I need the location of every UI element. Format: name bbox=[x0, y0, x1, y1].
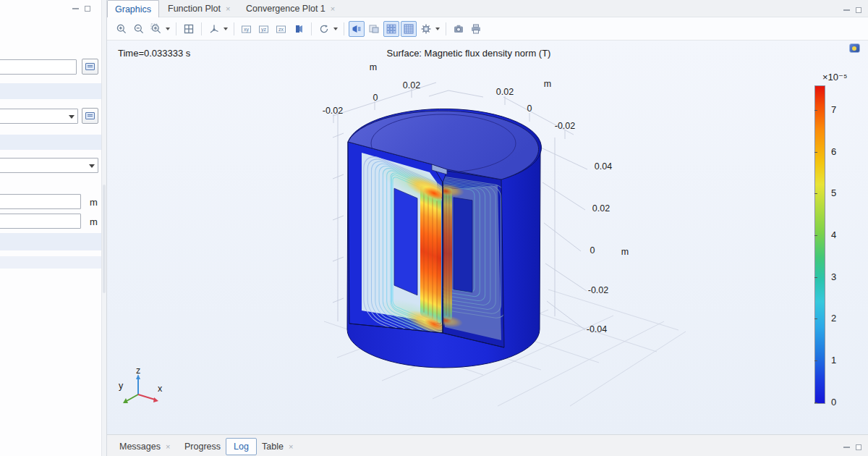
float-panel-icon[interactable] bbox=[85, 6, 90, 12]
graphics-canvas[interactable]: Time=0.033333 s Surface: Magnetic flux d… bbox=[107, 41, 868, 434]
tab-table[interactable]: Table × bbox=[255, 438, 300, 455]
zoom-box-dropdown[interactable] bbox=[166, 28, 170, 30]
dataset-helper-button[interactable] bbox=[82, 108, 98, 124]
x-tick: -0.02 bbox=[323, 106, 344, 116]
model-scene[interactable]: z y x m 0.02 0 -0.02 0.02 m 0 -0.02 0.04… bbox=[107, 41, 868, 434]
close-icon[interactable]: × bbox=[226, 5, 230, 13]
y-tick: 0 bbox=[527, 104, 532, 114]
float-window-icon[interactable] bbox=[856, 7, 861, 13]
expression-helper-button[interactable] bbox=[82, 59, 98, 75]
toolbar-separator bbox=[176, 22, 176, 35]
x-tick: 0 bbox=[373, 93, 378, 103]
colorbar-tick: 3 bbox=[831, 271, 853, 282]
tab-function-plot[interactable]: Function Plot × bbox=[161, 0, 237, 17]
toolbar-separator bbox=[201, 22, 202, 35]
colorbar-tick: 1 bbox=[831, 355, 853, 366]
go-to-default-view-icon[interactable] bbox=[206, 21, 222, 37]
graphics-toolbar: xy yz zx bbox=[107, 17, 868, 41]
triad-y-label: y bbox=[119, 381, 124, 391]
entry-method-select[interactable] bbox=[0, 158, 98, 173]
tab-messages[interactable]: Messages × bbox=[112, 438, 177, 455]
orientation-triad: z y x bbox=[119, 366, 163, 403]
section-band bbox=[0, 135, 101, 150]
tab-log[interactable]: Log bbox=[226, 438, 257, 455]
bottombar-controls bbox=[843, 444, 861, 450]
list-icon bbox=[85, 112, 95, 119]
colorbar-tick: 0 bbox=[831, 397, 853, 408]
gear-dropdown[interactable] bbox=[435, 28, 440, 30]
plot-image-icon[interactable] bbox=[849, 43, 860, 53]
tab-convergence-plot-1[interactable]: Convergence Plot 1 × bbox=[239, 0, 342, 17]
coordinate-x-field[interactable] bbox=[0, 194, 81, 209]
zoom-extents-icon[interactable] bbox=[181, 21, 197, 37]
transparency-icon[interactable] bbox=[349, 21, 365, 37]
close-icon[interactable]: × bbox=[289, 443, 293, 451]
expression-icon bbox=[85, 63, 95, 70]
colorbar-tick: 7 bbox=[831, 104, 853, 115]
x-axis-arrow bbox=[153, 397, 158, 402]
unit-label: m bbox=[90, 216, 98, 227]
default-view-dropdown[interactable] bbox=[224, 28, 228, 30]
close-icon[interactable]: × bbox=[166, 443, 170, 451]
svg-text:yz: yz bbox=[261, 27, 267, 33]
toolbar-separator bbox=[311, 22, 312, 35]
float-window-icon[interactable] bbox=[856, 444, 861, 450]
bottom-tab-bar: Messages × Progress Log Table × bbox=[107, 434, 868, 456]
view-yz-icon[interactable]: yz bbox=[256, 21, 272, 37]
minimize-icon[interactable] bbox=[843, 9, 850, 11]
zoom-box-icon[interactable] bbox=[148, 21, 164, 37]
panel-splitter[interactable] bbox=[101, 0, 107, 456]
z-axis-unit: m bbox=[621, 247, 629, 257]
minimize-icon[interactable] bbox=[843, 447, 850, 448]
gear-icon[interactable] bbox=[418, 21, 434, 37]
dataset-select[interactable] bbox=[0, 109, 78, 124]
y-tick: -0.02 bbox=[555, 121, 576, 131]
z-tick: -0.02 bbox=[588, 285, 609, 295]
select-frame-icon[interactable] bbox=[366, 21, 382, 37]
show-grid-icon[interactable] bbox=[383, 21, 399, 37]
tab-label: Log bbox=[234, 442, 249, 452]
section-band bbox=[0, 233, 101, 250]
printer-icon[interactable] bbox=[468, 21, 484, 37]
view-xy-icon[interactable]: xy bbox=[239, 21, 255, 37]
zoom-out-icon[interactable] bbox=[131, 21, 147, 37]
expression-field[interactable] bbox=[0, 59, 77, 75]
panel-controls bbox=[72, 6, 90, 12]
tab-label: Table bbox=[262, 442, 284, 452]
tab-label: Function Plot bbox=[168, 4, 221, 14]
tab-label: Progress bbox=[184, 442, 221, 452]
tab-label: Messages bbox=[119, 442, 161, 452]
zoom-in-icon[interactable] bbox=[114, 21, 129, 37]
x-axis-unit: m bbox=[370, 62, 377, 72]
tab-progress[interactable]: Progress bbox=[177, 438, 228, 455]
z-tick: -0.04 bbox=[587, 324, 608, 334]
triad-z-label: z bbox=[136, 366, 140, 376]
chevron-down-icon bbox=[89, 164, 95, 168]
tab-graphics[interactable]: Graphics bbox=[107, 0, 159, 17]
close-icon[interactable]: × bbox=[331, 5, 335, 13]
coordinate-y-field[interactable] bbox=[0, 214, 81, 229]
z-tick: 0.04 bbox=[595, 161, 612, 172]
rotate-icon[interactable] bbox=[316, 21, 332, 37]
tabbar-controls bbox=[843, 7, 861, 13]
y-axis-unit: m bbox=[544, 79, 551, 89]
colorbar-tick: 2 bbox=[831, 313, 853, 324]
colorbar-tick: 4 bbox=[831, 229, 853, 240]
view-zx-icon[interactable]: zx bbox=[273, 21, 289, 37]
plot-title: Surface: Magnetic flux density norm (T) bbox=[107, 48, 830, 59]
graphics-tab-bar: Graphics Function Plot × Convergence Plo… bbox=[107, 0, 868, 17]
chevron-down-icon bbox=[69, 115, 75, 119]
x-tick: 0.02 bbox=[403, 80, 420, 90]
splitter-handle[interactable] bbox=[103, 185, 106, 293]
rotate-dropdown[interactable] bbox=[333, 28, 338, 30]
z-tick: 0 bbox=[590, 245, 595, 256]
show-axes-icon[interactable] bbox=[401, 21, 417, 37]
camera-icon[interactable] bbox=[451, 21, 467, 37]
triad-x-label: x bbox=[158, 384, 163, 394]
colorbar-tick: 6 bbox=[831, 146, 853, 157]
z-tick: 0.02 bbox=[592, 203, 610, 214]
scene-light-icon[interactable] bbox=[291, 21, 307, 37]
color-legend: ×10⁻⁵ 7 6 5 4 3 2 1 0 bbox=[812, 69, 867, 434]
collapse-icon[interactable] bbox=[72, 8, 79, 9]
application-window: m m Graphics Function Plot × Convergence… bbox=[0, 0, 868, 456]
